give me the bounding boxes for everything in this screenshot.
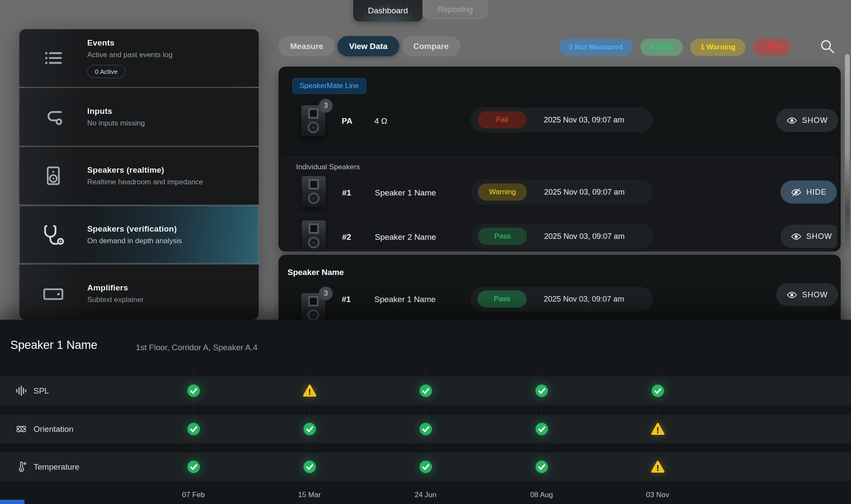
metric-label-text: Temperature [34,462,80,472]
dates-axis: 07 Feb 15 Mar 24 Jun 08 Aug 03 Nov [0,486,851,504]
orientation-icon [15,423,27,435]
pa-show-button[interactable]: SHOW [776,109,838,132]
individual-speakers-heading: Individual Speakers [296,163,360,171]
date-label: 08 Aug [484,491,600,499]
app-screen: Dashboard Reporting Events Active and pa… [0,0,851,504]
speaker-count-badge: 3 [319,99,333,113]
status-warning-icon [600,422,716,436]
amplifier-icon [19,282,87,305]
view-data-button[interactable]: View Data [337,36,399,56]
speaker-name: Speaker 2 Name [375,232,436,242]
vertical-scrollbar[interactable] [845,54,850,251]
measurement-timestamp: 2025 Nov 03, 09:07 am [544,232,624,241]
speaker2-show-button[interactable]: SHOW [781,225,837,248]
metric-row-orientation: Orientation [0,415,851,443]
measure-label: Measure [290,42,323,51]
eye-icon [791,231,802,242]
sidebar-title: Speakers (verification) [87,224,182,234]
sidebar-item-events[interactable]: Events Active and past events log 0 Acti… [19,29,259,87]
status-pass-icon [135,422,251,436]
measurement-timestamp: 2025 Nov 03, 09:07 am [544,295,624,304]
sidebar-subtitle: Realtime headroom and impedance [87,178,203,186]
measurement-timestamp: 2025 Nov 03, 09:07 am [544,188,624,197]
speaker-detail-overlay: Speaker 1 Name 1st Floor, Corridor A, Sp… [0,320,851,504]
sidebar-item-speakers-verification[interactable]: Speakers (verification) On demand in dep… [19,206,259,263]
tab-dashboard[interactable]: Dashboard [353,0,422,21]
speaker-name: Speaker 1 Name [374,295,436,304]
detail-title: Speaker 1 Name [10,339,98,352]
speaker-thumbnail [302,176,326,207]
sidebar-subtitle: Subtext explainer [87,296,144,304]
speakermate-line-panel: SpeakerMate Line 3 PA 4 Ω Fail 2025 Nov … [279,67,841,251]
date-label: 15 Mar [251,491,367,499]
status-badge-pass: Pass [478,228,527,245]
date-label: 24 Jun [367,491,484,499]
filter-fail[interactable]: 1 Fail [753,39,791,56]
measurement-timestamp: 2025 Nov 03, 09:07 am [544,116,624,125]
sidebar-title: Inputs [87,107,145,116]
speaker-thumbnail [302,220,326,250]
sidebar-item-amplifiers[interactable]: Amplifiers Subtext explainer [19,265,259,320]
tab-reporting[interactable]: Reporting [422,0,488,19]
sidebar-subtitle: On demand in depth analysis [87,237,182,245]
status-pass-icon [484,422,600,436]
tab-dashboard-label: Dashboard [368,6,408,15]
sidebar-item-speakers-realtime[interactable]: Speakers (realtime) Realtime headroom an… [19,147,259,205]
pa-impedance: 4 Ω [374,116,387,126]
eye-icon [787,290,797,300]
search-icon[interactable] [819,38,837,56]
filter-fail-label: 1 Fail [762,43,781,52]
pa-speaker-thumbnail: 3 [301,105,325,136]
view-mode-switch: Measure View Data Compare [279,36,460,56]
filter-pass[interactable]: 4 Pass [640,39,683,56]
speaker-panel-heading: Speaker Name [288,268,344,277]
filter-warning[interactable]: 1 Warning [690,39,745,56]
speaker-status-strip: Pass 2025 Nov 03, 09:07 am [471,224,653,249]
status-pass-icon [367,384,484,398]
filter-not-measured-label: 0 Not Measured [569,43,623,52]
tab-reporting-label: Reporting [438,5,473,14]
line-name-badge[interactable]: SpeakerMate Line [292,78,366,94]
speaker-status-strip: Warning 2025 Nov 03, 09:07 am [471,180,653,205]
speaker-icon [19,165,87,187]
metric-label-text: Orientation [34,425,73,434]
status-filters: 0 Not Measured 4 Pass 1 Warning 1 Fail [559,39,791,56]
bottom-left-accent-bar [0,500,24,504]
speaker1-hide-button[interactable]: HIDE [781,180,837,204]
date-label: 03 Nov [600,491,716,499]
pa-label: PA [342,116,352,126]
speaker-count-badge: 3 [319,287,333,300]
status-pass-icon [367,460,484,474]
cable-icon [19,106,87,128]
status-pass-icon [135,384,251,398]
status-pass-icon [600,384,716,398]
status-pass-icon [484,460,600,474]
date-label: 07 Feb [135,491,251,499]
status-pass-icon [251,460,367,474]
spl-icon [15,385,27,397]
stethoscope-icon [19,223,87,246]
status-pass-icon [135,460,251,474]
status-warning-icon [600,460,716,474]
compare-label: Compare [413,42,449,51]
filter-not-measured[interactable]: 0 Not Measured [559,39,633,56]
speaker-show-button[interactable]: SHOW [776,283,838,306]
temperature-icon [15,461,27,473]
status-badge-pass: Pass [478,290,527,308]
detail-location: 1st Floor, Corridor A, Speaker A.4 [136,343,257,352]
speaker-number: #1 [342,295,351,304]
measure-button[interactable]: Measure [279,36,335,56]
speaker-number: #1 [342,188,351,198]
sidebar-subtitle: Active and past events log [87,51,172,59]
show-label: SHOW [802,290,828,299]
eye-icon [787,115,797,126]
sidebar-item-inputs[interactable]: Inputs No inputs missing [19,88,259,146]
speaker-status-strip: Pass 2025 Nov 03, 09:07 am [471,287,653,312]
view-data-label: View Data [349,42,387,51]
filter-pass-label: 4 Pass [650,43,673,52]
status-pass-icon [484,384,600,398]
metric-row-temperature: Temperature [0,452,851,481]
compare-button[interactable]: Compare [402,36,460,56]
status-pass-icon [367,422,484,436]
metric-label-text: SPL [34,386,49,396]
